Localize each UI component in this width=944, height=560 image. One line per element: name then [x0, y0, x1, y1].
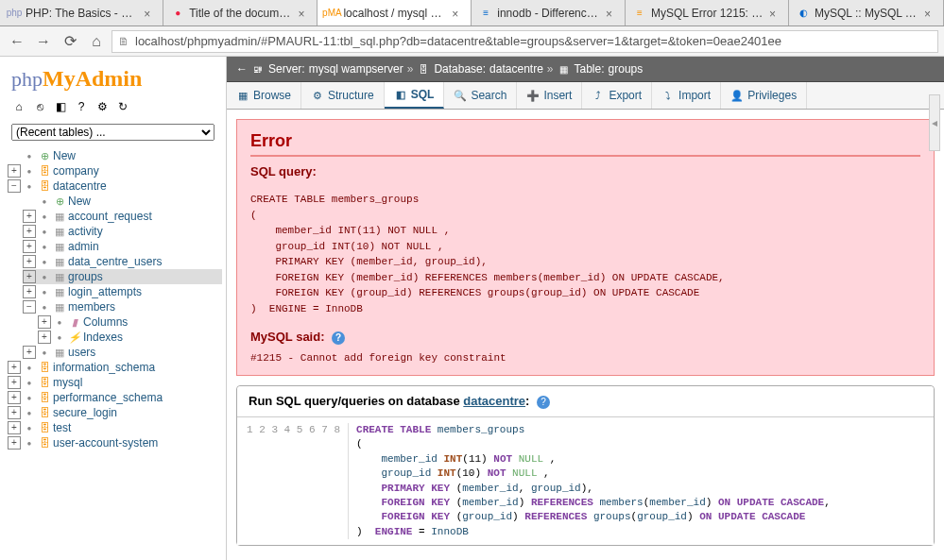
close-icon[interactable]: × — [606, 8, 617, 19]
browser-tab[interactable]: ◐MySQL :: MySQL 5.7× — [789, 0, 944, 25]
breadcrumb-db[interactable]: datacentre — [489, 62, 543, 76]
expand-icon[interactable]: + — [23, 225, 36, 238]
expand-icon[interactable]: + — [23, 210, 36, 223]
tree-db-mysql[interactable]: +●🗄mysql — [8, 375, 222, 390]
tree-item-activity[interactable]: +●▦activity — [23, 224, 222, 239]
tree-db-performance_schema[interactable]: +●🗄performance_schema — [8, 390, 222, 405]
close-icon[interactable]: × — [452, 8, 463, 19]
browser-tab[interactable]: ≡innodb - Difference b× — [472, 0, 626, 25]
logout-icon[interactable]: ⎋ — [32, 99, 47, 114]
tree-item-data_centre_users[interactable]: +●▦data_centre_users — [23, 254, 222, 269]
home-icon[interactable]: ⌂ — [11, 99, 26, 114]
browser-tab[interactable]: ●Title of the document× — [163, 0, 318, 25]
tab-privileges[interactable]: 👤Privileges — [721, 82, 807, 109]
tab-structure[interactable]: ⚙Structure — [301, 82, 385, 109]
expand-icon[interactable]: + — [23, 285, 36, 298]
expand-icon[interactable]: + — [8, 361, 21, 374]
dot-icon: ● — [38, 240, 51, 253]
back-button[interactable]: ← — [6, 30, 28, 53]
dot-icon: ● — [23, 376, 36, 389]
expand-icon[interactable]: + — [8, 376, 21, 389]
tree-item-icon: ⊕ — [38, 149, 51, 162]
sql-icon[interactable]: ◧ — [53, 99, 68, 114]
tab-sql[interactable]: ◧SQL — [385, 82, 445, 109]
help-icon[interactable]: ? — [537, 396, 550, 409]
tree-item-New[interactable]: ●⊕New — [23, 194, 222, 209]
tab-browse[interactable]: ▦Browse — [227, 82, 301, 109]
expand-icon[interactable]: + — [8, 406, 21, 419]
expand-icon[interactable]: + — [8, 391, 21, 404]
reload-icon[interactable]: ↻ — [115, 99, 130, 114]
tree-db-user-account-system[interactable]: +●🗄user-account-system — [8, 435, 222, 450]
expand-icon[interactable]: + — [8, 164, 21, 178]
dot-icon: ● — [38, 270, 51, 283]
help-icon[interactable]: ? — [332, 331, 345, 345]
tree-item-icon: 🗄 — [38, 376, 51, 389]
home-button[interactable]: ⌂ — [85, 30, 108, 53]
settings-icon[interactable]: ⚙ — [94, 99, 110, 114]
tab-search[interactable]: 🔍Search — [444, 82, 517, 109]
close-icon[interactable]: × — [298, 8, 309, 19]
browser-tab[interactable]: ≡MySQL Error 1215: Ca× — [626, 0, 789, 25]
url-bar[interactable]: 🗎 localhost/phpmyadmin/#PMAURL-11:tbl_sq… — [112, 30, 938, 53]
expand-icon[interactable]: − — [8, 179, 21, 193]
tab-import[interactable]: ⤵Import — [652, 82, 721, 109]
favicon-icon: ◐ — [797, 7, 810, 20]
run-db-link[interactable]: datacentre — [463, 394, 525, 408]
tab-insert[interactable]: ➕Insert — [517, 82, 582, 109]
tree-item-Indexes[interactable]: +●⚡Indexes — [38, 330, 222, 345]
tree-item-icon: ▦ — [53, 346, 66, 359]
tab-export[interactable]: ⤴Export — [582, 82, 652, 109]
privileges-icon: 👤 — [730, 89, 744, 102]
expand-icon[interactable]: + — [23, 240, 36, 253]
tree-item-groups[interactable]: +●▦groups — [23, 269, 222, 284]
expand-icon[interactable]: + — [23, 255, 36, 268]
tab-label: Browse — [253, 89, 291, 102]
expand-icon[interactable]: + — [23, 270, 36, 283]
tree-item-account_request[interactable]: +●▦account_request — [23, 209, 222, 224]
expand-icon[interactable]: + — [8, 421, 21, 434]
expand-icon[interactable]: − — [23, 300, 36, 314]
tree-item-icon: 🗄 — [38, 361, 51, 374]
favicon-icon: ● — [171, 7, 184, 20]
sql-query-label: SQL query: — [250, 164, 920, 178]
collapse-handle[interactable]: ◂ — [929, 94, 940, 151]
forward-button[interactable]: → — [32, 30, 55, 53]
tree-db-secure_login[interactable]: +●🗄secure_login — [8, 405, 222, 420]
breadcrumb-table[interactable]: groups — [609, 62, 644, 76]
tree-db-datacentre[interactable]: −●🗄datacentre — [8, 178, 222, 194]
sql-editor[interactable]: 1 2 3 4 5 6 7 8 CREATE TABLE members_gro… — [237, 417, 934, 545]
tab-title: MySQL :: MySQL 5.7 — [815, 7, 919, 20]
docs-icon[interactable]: ? — [74, 99, 89, 114]
tree-item-members[interactable]: −●▦members — [23, 299, 222, 314]
browser-tab[interactable]: pMAlocalhost / mysql war× — [318, 0, 472, 25]
tree-item-icon: ▮ — [68, 315, 81, 329]
browser-tab[interactable]: phpPHP: The Basics - Mar× — [0, 0, 163, 25]
dot-icon: ● — [23, 436, 36, 450]
close-icon[interactable]: × — [144, 8, 155, 19]
phpmyadmin-logo[interactable]: phpMyAdmin — [4, 62, 222, 99]
reload-button[interactable]: ⟳ — [59, 30, 81, 53]
dot-icon: ● — [38, 225, 51, 238]
expand-icon[interactable]: + — [23, 346, 36, 359]
close-icon[interactable]: × — [924, 8, 935, 19]
tree-new[interactable]: ●⊕New — [8, 148, 222, 163]
tree-db-information_schema[interactable]: +●🗄information_schema — [8, 360, 222, 375]
tree-label: New — [53, 149, 76, 162]
tree-label: New — [68, 195, 91, 208]
tree-item-users[interactable]: +●▦users — [23, 345, 222, 360]
tree-db-test[interactable]: +●🗄test — [8, 420, 222, 435]
breadcrumb-server[interactable]: mysql wampserver — [309, 62, 403, 76]
tree-item-login_attempts[interactable]: +●▦login_attempts — [23, 284, 222, 299]
tree-item-admin[interactable]: +●▦admin — [23, 239, 222, 254]
tree-item-Columns[interactable]: +●▮Columns — [38, 314, 222, 330]
sql-code[interactable]: CREATE TABLE members_groups ( member_id … — [349, 423, 831, 539]
recent-tables-select[interactable]: (Recent tables) ... — [11, 124, 215, 141]
tree-db-company[interactable]: +●🗄company — [8, 163, 222, 178]
expand-icon[interactable]: + — [8, 436, 21, 450]
expand-icon[interactable]: + — [38, 331, 51, 344]
close-icon[interactable]: × — [769, 8, 781, 19]
expand-icon[interactable]: + — [38, 315, 51, 329]
dot-icon: ● — [23, 149, 36, 162]
tree-label: information_schema — [53, 361, 155, 374]
